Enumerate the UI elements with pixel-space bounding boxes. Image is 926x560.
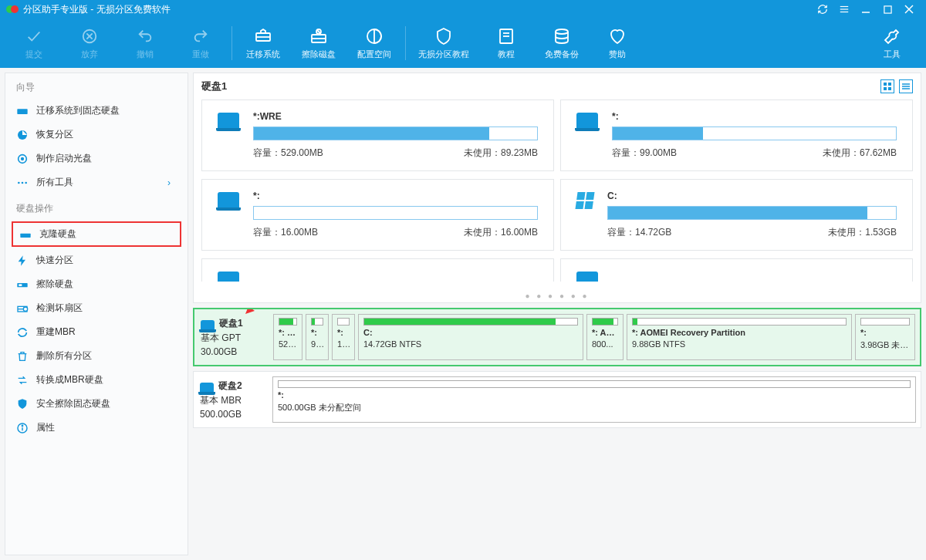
- partition-card[interactable]: *:容量：16.00MB未使用：16.00MB: [201, 179, 554, 251]
- tools-button[interactable]: 工具: [864, 19, 920, 68]
- sidebar-quick-partition[interactable]: 快速分区: [5, 248, 188, 272]
- undo-button[interactable]: 撤销: [117, 19, 173, 68]
- scan-icon: [16, 302, 29, 315]
- svg-rect-33: [19, 284, 22, 286]
- content: 向导 迁移系统到固态硬盘 恢复分区 制作启动光盘 所有工具› 硬盘操作 克隆硬盘…: [0, 68, 926, 560]
- toolbar: 提交 放弃 撤销 重做 迁移系统 擦除磁盘 配置空间 无损分区教程 教程 免费备…: [0, 19, 926, 68]
- partition-card[interactable]: [201, 258, 554, 282]
- trash-icon: [16, 350, 29, 363]
- drag-handle[interactable]: ● ● ● ● ● ●: [201, 289, 913, 302]
- partition-box[interactable]: *: AOMEI Recovery Partition9.88GB NTFS: [627, 314, 852, 360]
- svg-point-1: [11, 5, 19, 13]
- volume-icon: [218, 113, 239, 128]
- info-icon: [16, 422, 29, 434]
- sidebar-recover-partition[interactable]: 恢复分区: [5, 123, 188, 147]
- allocate-space-button[interactable]: 配置空间: [346, 19, 402, 68]
- sidebar-clone-disk[interactable]: 克隆硬盘: [12, 221, 181, 247]
- sidebar-delete-all[interactable]: 删除所有分区: [5, 344, 188, 368]
- sidebar: 向导 迁移系统到固态硬盘 恢复分区 制作启动光盘 所有工具› 硬盘操作 克隆硬盘…: [5, 73, 188, 555]
- minimize-icon[interactable]: [855, 0, 877, 19]
- disk2-label: 硬盘2 基本 MBR 500.00GB: [198, 376, 268, 423]
- disk-icon: [200, 383, 214, 392]
- partition-card[interactable]: *:容量：99.00MB未使用：67.62MB: [560, 100, 913, 171]
- list-view-icon[interactable]: [899, 79, 913, 93]
- clone-icon: [19, 228, 32, 241]
- partition-card[interactable]: [560, 258, 913, 282]
- usage-bar: [612, 127, 897, 140]
- main-panel: 硬盘1 *:WRE容量：529.00MB未使用：89.23MB*:容量：99.0…: [188, 68, 926, 560]
- svg-rect-40: [884, 83, 887, 86]
- titlebar: 分区助手专业版 - 无损分区免费软件: [0, 0, 926, 19]
- sidebar-migrate-ssd[interactable]: 迁移系统到固态硬盘: [5, 99, 188, 123]
- eraser-icon: [16, 278, 29, 291]
- commit-button[interactable]: 提交: [6, 19, 62, 68]
- disk1-label: 硬盘1 基本 GPT 30.00GB: [199, 314, 269, 360]
- svg-point-36: [23, 307, 27, 311]
- svg-line-17: [317, 30, 320, 33]
- tutorial-button[interactable]: 无损分区教程: [409, 19, 478, 68]
- svg-rect-31: [20, 233, 30, 237]
- partition-card[interactable]: *:WRE容量：529.00MB未使用：89.23MB: [201, 100, 554, 171]
- sidebar-rebuild-mbr[interactable]: 重建MBR: [5, 320, 188, 344]
- sidebar-surface-test[interactable]: 检测坏扇区: [5, 296, 188, 320]
- menu-icon[interactable]: [833, 0, 855, 19]
- window-title: 分区助手专业版 - 无损分区免费软件: [23, 3, 171, 16]
- svg-point-28: [18, 181, 20, 184]
- svg-rect-24: [17, 109, 27, 114]
- volume-icon: [218, 192, 239, 207]
- usage-bar: [253, 206, 538, 220]
- refresh-icon[interactable]: [812, 0, 833, 19]
- partition-overview-panel: 硬盘1 *:WRE容量：529.00MB未使用：89.23MB*:容量：99.0…: [193, 73, 921, 303]
- grid-view-icon[interactable]: [880, 79, 894, 93]
- wipe-disk-button[interactable]: 擦除磁盘: [291, 19, 346, 68]
- svg-point-29: [22, 181, 24, 184]
- svg-point-23: [556, 29, 568, 34]
- more-icon: [16, 177, 29, 189]
- app-logo-icon: [6, 3, 19, 15]
- svg-rect-6: [884, 5, 891, 12]
- svg-point-39: [22, 425, 22, 426]
- sidebar-all-tools[interactable]: 所有工具›: [5, 170, 188, 194]
- disklist-disk2[interactable]: 硬盘2 基本 MBR 500.00GB *: 500.00GB 未分配空间: [193, 371, 921, 428]
- disc-icon: [16, 153, 29, 165]
- partition-box[interactable]: C:14.72GB NTFS: [358, 314, 583, 360]
- refresh-icon: [16, 326, 29, 339]
- sidebar-wizard-header: 向导: [5, 73, 188, 99]
- volume-icon: [576, 113, 598, 128]
- help-button[interactable]: 教程: [478, 19, 534, 68]
- backup-button[interactable]: 免费备份: [534, 19, 590, 68]
- partition-box[interactable]: *:99...: [306, 314, 329, 360]
- svg-rect-43: [888, 87, 891, 90]
- shield-icon: [16, 398, 29, 410]
- sidebar-wipe-disk[interactable]: 擦除硬盘: [5, 272, 188, 296]
- windows-logo-icon: [575, 192, 594, 209]
- partition-box[interactable]: *:3.98GB 未分...: [855, 314, 915, 360]
- partition-box[interactable]: *: W...529...: [273, 314, 302, 360]
- sidebar-secure-erase[interactable]: 安全擦除固态硬盘: [5, 392, 188, 416]
- migrate-os-button[interactable]: 迁移系统: [235, 19, 291, 68]
- bolt-icon: [16, 255, 29, 267]
- chevron-right-icon: ›: [167, 177, 177, 188]
- sidebar-bootable-media[interactable]: 制作启动光盘: [5, 147, 188, 170]
- sidebar-convert-mbr[interactable]: 转换成MBR硬盘: [5, 368, 188, 392]
- svg-point-30: [25, 181, 27, 184]
- partition-box[interactable]: *: AO...800...: [586, 314, 624, 360]
- svg-rect-42: [884, 87, 887, 90]
- redo-button[interactable]: 重做: [173, 19, 228, 68]
- usage-bar: [607, 206, 897, 220]
- ssd-icon: [16, 105, 29, 117]
- disk-icon: [201, 320, 215, 329]
- partition-card[interactable]: C:容量：14.72GB未使用：1.53GB: [560, 179, 913, 251]
- sidebar-properties[interactable]: 属性: [5, 416, 188, 440]
- svg-point-27: [22, 157, 24, 160]
- maximize-icon[interactable]: [877, 0, 898, 19]
- donate-button[interactable]: 赞助: [590, 19, 645, 68]
- partition-box[interactable]: *:16...: [332, 314, 355, 360]
- pie-icon: [16, 129, 29, 141]
- disklist-disk1[interactable]: 硬盘1 基本 GPT 30.00GB *: W...529...*:99...*…: [193, 308, 921, 366]
- close-icon[interactable]: [898, 0, 920, 19]
- disk2-partition[interactable]: *: 500.00GB 未分配空间: [272, 376, 916, 423]
- convert-icon: [16, 374, 29, 386]
- discard-button[interactable]: 放弃: [62, 19, 117, 68]
- volume-icon: [218, 272, 239, 282]
